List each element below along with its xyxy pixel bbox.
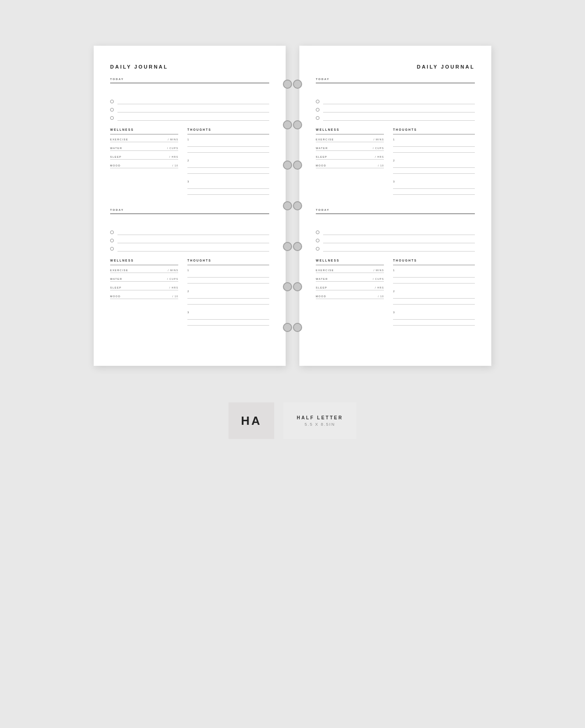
ring-7 bbox=[283, 323, 292, 332]
checkbox-4[interactable] bbox=[110, 230, 114, 234]
ring-r4 bbox=[293, 201, 302, 210]
ring-5 bbox=[283, 242, 292, 251]
checkbox-5[interactable] bbox=[110, 239, 114, 242]
checkbox-row-2 bbox=[110, 107, 269, 112]
ring-r3 bbox=[293, 161, 302, 170]
thought-r2: 2 bbox=[393, 159, 475, 174]
page-title-left: DAILY JOURNAL bbox=[110, 64, 269, 70]
wellness-title-r1: WELLNESS bbox=[316, 128, 384, 131]
ring-2 bbox=[283, 120, 292, 129]
page-right: DAILY JOURNAL TODAY WELLNESS bbox=[299, 46, 491, 366]
today-section-r1: TODAY bbox=[316, 78, 475, 121]
today-section-2: TODAY bbox=[110, 209, 269, 252]
checkbox-row-4 bbox=[110, 230, 269, 235]
checkbox-r2[interactable] bbox=[316, 108, 319, 112]
checkbox-r1[interactable] bbox=[316, 100, 319, 103]
thought-3: 3 bbox=[187, 180, 269, 195]
size-title: HALF LETTER bbox=[297, 415, 343, 420]
ring-r2 bbox=[293, 120, 302, 129]
sleep-row-r2: SLEEP / HRS bbox=[316, 286, 384, 290]
wellness-thoughts-r1: WELLNESS EXERCISE / MINS WATER / CUPS SL… bbox=[316, 128, 475, 201]
pages-container: DAILY JOURNAL TODAY WELLNESS bbox=[94, 46, 491, 366]
checkbox-row-r1 bbox=[316, 99, 475, 104]
thought-r6: 3 bbox=[393, 311, 475, 326]
mood-row-1: MOOD / 10 bbox=[110, 164, 178, 168]
wellness-col-2: WELLNESS EXERCISE / MINS WATER / CUPS SL… bbox=[110, 259, 178, 332]
thoughts-title-r1: THOUGHTS bbox=[393, 128, 475, 131]
ring-4 bbox=[283, 201, 292, 210]
ring-r1 bbox=[293, 80, 302, 89]
wellness-title-1: WELLNESS bbox=[110, 128, 178, 131]
ring-r6 bbox=[293, 282, 302, 291]
thoughts-col-1: THOUGHTS 1 2 3 bbox=[187, 128, 269, 201]
thoughts-title-r2: THOUGHTS bbox=[393, 259, 475, 262]
mood-row-r1: MOOD / 10 bbox=[316, 164, 384, 168]
checkbox-1[interactable] bbox=[110, 100, 114, 103]
thoughts-title-1: THOUGHTS bbox=[187, 128, 269, 131]
mood-row-2: MOOD / 10 bbox=[110, 295, 178, 299]
rings-left bbox=[283, 46, 292, 366]
checkbox-r3[interactable] bbox=[316, 116, 319, 120]
page-left: DAILY JOURNAL TODAY WELLNESS bbox=[94, 46, 286, 366]
checkbox-6[interactable] bbox=[110, 247, 114, 251]
thought-6: 3 bbox=[187, 311, 269, 326]
water-row-r1: WATER / CUPS bbox=[316, 147, 384, 151]
wellness-thoughts-r2: WELLNESS EXERCISE / MINS WATER / CUPS SL… bbox=[316, 259, 475, 332]
ha-label: HA bbox=[241, 414, 262, 428]
bottom-info: HA HALF LETTER 5.5 X 8.5IN bbox=[229, 402, 356, 439]
wellness-col-1: WELLNESS EXERCISE / MINS WATER / CUPS SL… bbox=[110, 128, 178, 201]
today-section-1: TODAY bbox=[110, 78, 269, 121]
checkbox-row-3 bbox=[110, 115, 269, 121]
thoughts-title-2: THOUGHTS bbox=[187, 259, 269, 262]
checkbox-row-r2 bbox=[316, 107, 475, 112]
checkbox-2[interactable] bbox=[110, 108, 114, 112]
sleep-row-r1: SLEEP / HRS bbox=[316, 155, 384, 160]
wellness-col-r1: WELLNESS EXERCISE / MINS WATER / CUPS SL… bbox=[316, 128, 384, 201]
checkbox-row-6 bbox=[110, 246, 269, 252]
exercise-row-2: EXERCISE / MINS bbox=[110, 269, 178, 273]
thoughts-col-r2: THOUGHTS 1 2 3 bbox=[393, 259, 475, 332]
checkbox-row-5 bbox=[110, 238, 269, 243]
wellness-col-r2: WELLNESS EXERCISE / MINS WATER / CUPS SL… bbox=[316, 259, 384, 332]
checkbox-row-r4 bbox=[316, 230, 475, 235]
page-title-right: DAILY JOURNAL bbox=[316, 64, 475, 70]
checkbox-3[interactable] bbox=[110, 116, 114, 120]
thought-5: 2 bbox=[187, 290, 269, 305]
today-label-r2: TODAY bbox=[316, 209, 475, 211]
today-section-r2: TODAY bbox=[316, 209, 475, 252]
thoughts-col-r1: THOUGHTS 1 2 3 bbox=[393, 128, 475, 201]
sleep-row-2: SLEEP / HRS bbox=[110, 286, 178, 290]
checkbox-row-r6 bbox=[316, 246, 475, 252]
thought-r4: 1 bbox=[393, 269, 475, 284]
sleep-row-1: SLEEP / HRS bbox=[110, 155, 178, 160]
size-info-box: HALF LETTER 5.5 X 8.5IN bbox=[283, 402, 356, 439]
water-row-r2: WATER / CUPS bbox=[316, 278, 384, 282]
checkbox-r4[interactable] bbox=[316, 230, 319, 234]
thought-r1: 1 bbox=[393, 138, 475, 153]
mood-row-r2: MOOD / 10 bbox=[316, 295, 384, 299]
ring-6 bbox=[283, 282, 292, 291]
thought-r3: 3 bbox=[393, 180, 475, 195]
wellness-thoughts-1: WELLNESS EXERCISE / MINS WATER / CUPS SL… bbox=[110, 128, 269, 201]
wellness-thoughts-2: WELLNESS EXERCISE / MINS WATER / CUPS SL… bbox=[110, 259, 269, 332]
checkbox-r6[interactable] bbox=[316, 247, 319, 251]
thought-1: 1 bbox=[187, 138, 269, 153]
today-label-r1: TODAY bbox=[316, 78, 475, 80]
thought-4: 1 bbox=[187, 269, 269, 284]
water-row-2: WATER / CUPS bbox=[110, 278, 178, 282]
thought-r5: 2 bbox=[393, 290, 475, 305]
rings-right bbox=[293, 46, 302, 366]
ring-1 bbox=[283, 80, 292, 89]
checkbox-row-r5 bbox=[316, 238, 475, 243]
water-row-1: WATER / CUPS bbox=[110, 147, 178, 151]
exercise-row-r1: EXERCISE / MINS bbox=[316, 138, 384, 142]
checkbox-r5[interactable] bbox=[316, 239, 319, 242]
ring-r5 bbox=[293, 242, 302, 251]
wellness-title-r2: WELLNESS bbox=[316, 259, 384, 262]
exercise-row-r2: EXERCISE / MINS bbox=[316, 269, 384, 273]
size-sub: 5.5 X 8.5IN bbox=[304, 422, 335, 427]
checkbox-row-r3 bbox=[316, 115, 475, 121]
thoughts-col-2: THOUGHTS 1 2 3 bbox=[187, 259, 269, 332]
ha-box: HA bbox=[229, 402, 274, 439]
today-label-1: TODAY bbox=[110, 78, 269, 80]
